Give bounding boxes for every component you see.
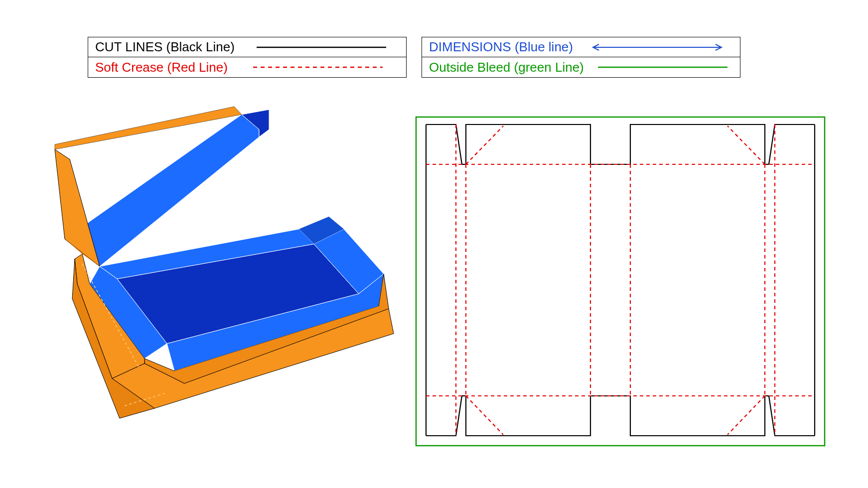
legend-cut-lines: CUT LINES (Black Line) (88, 37, 406, 57)
crease-line-sample (237, 66, 399, 69)
cut-line-sample (244, 46, 399, 49)
legend-left: CUT LINES (Black Line) Soft Crease (Red … (88, 37, 407, 78)
dieline-template (416, 117, 825, 446)
legend: CUT LINES (Black Line) Soft Crease (Red … (88, 37, 740, 78)
bleed-line-sample (593, 66, 733, 69)
diagram-area (0, 100, 868, 488)
svg-line-40 (727, 396, 765, 435)
dimension-arrow-sample (582, 44, 733, 51)
legend-soft-crease: Soft Crease (Red Line) (88, 57, 406, 77)
svg-line-38 (727, 126, 765, 164)
legend-label: Soft Crease (Red Line) (95, 60, 228, 75)
svg-line-39 (466, 396, 503, 435)
legend-dimensions: DIMENSIONS (Blue line) (422, 37, 740, 57)
legend-label: Outside Bleed (green Line) (429, 60, 584, 75)
legend-label: DIMENSIONS (Blue line) (429, 39, 573, 55)
legend-label: CUT LINES (Black Line) (95, 39, 235, 55)
legend-bleed: Outside Bleed (green Line) (422, 57, 740, 77)
svg-line-37 (466, 126, 503, 164)
legend-right: DIMENSIONS (Blue line) Outside Bleed (gr… (422, 37, 740, 78)
box-3d-mockup (55, 107, 394, 418)
